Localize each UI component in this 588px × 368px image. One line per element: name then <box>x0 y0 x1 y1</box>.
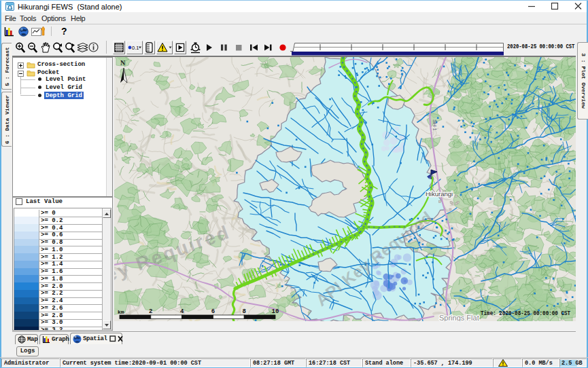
svg-text:Hikurangi: Hikurangi <box>426 190 453 198</box>
svg-text:2: 2 <box>149 308 152 315</box>
svg-text:km: km <box>118 309 124 315</box>
svg-text:Time: 2020-08-25 00:00:00 CST: Time: 2020-08-25 00:00:00 CST <box>481 310 570 317</box>
svg-text:6: 6 <box>211 308 215 315</box>
svg-text:N: N <box>120 59 126 67</box>
svg-text:10: 10 <box>272 308 279 315</box>
svg-text:SH 1: SH 1 <box>432 119 438 131</box>
svg-text:Springs Flat: Springs Flat <box>439 314 479 321</box>
svg-text:8: 8 <box>242 308 245 315</box>
svg-text:0.1: 0.1 <box>132 45 139 51</box>
svg-text:4: 4 <box>180 308 184 315</box>
